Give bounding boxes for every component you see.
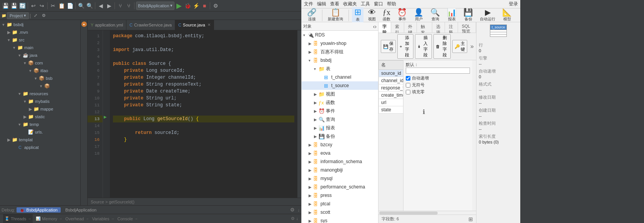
save2-icon[interactable]: 💾 — [10, 2, 18, 10]
table-row[interactable]: state varchar 32 — [379, 106, 403, 114]
run-button[interactable]: ▶ — [175, 2, 183, 10]
tree-item-temp[interactable]: ▾ 📁 temp — [0, 121, 80, 128]
run-gutter-icon[interactable]: ▶ — [104, 115, 107, 119]
db-tab-sql-preview[interactable]: SQL 预览 — [458, 22, 476, 33]
db-h-scrollbar[interactable] — [378, 211, 476, 215]
tree-item-mapper[interactable]: ▶ 📁 mappe — [0, 105, 80, 113]
db-primary-key-btn[interactable]: 🔑 主键 — [452, 40, 467, 53]
db-tree-ptcal[interactable]: ▶ 🗄 ptcal — [302, 200, 378, 208]
back-icon[interactable]: ◀ — [97, 2, 105, 10]
fill-zero-checkbox[interactable]: 填充零 — [406, 89, 470, 95]
db-tab-comment[interactable]: 注释 — [445, 22, 458, 33]
debug-tab-bsbdj1[interactable]: 🐞 BsbdjApplication — [17, 207, 60, 213]
db-tree-nav-right[interactable]: › — [375, 23, 377, 30]
bc-cog-icon[interactable]: ⚙ — [40, 12, 48, 20]
db-table-scrollbar[interactable] — [472, 60, 476, 211]
db-tree-bzcxy[interactable]: ▶ 🗄 bzcxy — [302, 140, 378, 149]
db-btn-backup[interactable]: 💾 备份 — [461, 8, 475, 23]
db-tree-mysql[interactable]: ▶ 🗄 mysql — [302, 174, 378, 183]
undo-icon[interactable]: ↩ — [30, 2, 37, 10]
db-btn-connect[interactable]: 🔗 连接 — [305, 8, 319, 23]
db-login-btn[interactable]: 登录 — [509, 1, 518, 7]
table-row[interactable]: create_time datetime 0 — [379, 92, 403, 99]
code-content[interactable]: package com.itlaoqi.bsbdj.entity; import… — [110, 30, 297, 198]
menu-help[interactable]: 帮助 — [387, 1, 396, 7]
db-tab-options[interactable]: 选项 — [432, 22, 445, 33]
db-btn-model[interactable]: 📐 模型 — [500, 8, 514, 23]
bc-sync-icon[interactable]: ⤢ — [32, 12, 39, 20]
console-tab[interactable]: Console → — [117, 216, 138, 221]
copy-icon[interactable]: 📋 — [58, 2, 65, 10]
db-tree-reports[interactable]: ▶ 📊 报表 — [302, 124, 378, 132]
threads-tab[interactable]: 🧵 Threads → — [3, 214, 33, 223]
db-tree-bsbdj[interactable]: ▾ 🗄 bsbdj — [302, 56, 378, 64]
db-bottom-expand[interactable]: ⊞ — [468, 216, 473, 222]
vcs2-icon[interactable]: ⑂ — [125, 2, 133, 10]
menu-favorites[interactable]: 收藏夹 — [343, 1, 357, 7]
db-tree-manongbiji[interactable]: ▶ 🗄 manongbiji — [302, 166, 378, 174]
menu-edit[interactable]: 编辑 — [317, 1, 326, 7]
bc-project[interactable]: Project ▾ — [7, 12, 29, 19]
db-btn-report[interactable]: 📊 报表 — [445, 8, 459, 23]
db-tab-triggers[interactable]: 触发器 — [417, 22, 432, 33]
db-tree-youwin[interactable]: ▶ 🗄 youwin-shop — [302, 39, 378, 48]
db-btn-view[interactable]: 👁 视图 — [366, 8, 378, 23]
tree-item-entity-folder[interactable]: ▾ 📦 — [0, 82, 80, 90]
db-tree-scott[interactable]: ▶ 🗄 scott — [302, 208, 378, 216]
default-value-input[interactable] — [406, 68, 470, 74]
menu-view[interactable]: 查看 — [330, 1, 339, 7]
db-tree-views[interactable]: ▶ 📁 视图 — [302, 90, 378, 98]
tree-item-mvn[interactable]: ▶ 📁 .mvn — [0, 28, 80, 36]
tab-source-java[interactable]: C Source.java ✕ — [175, 20, 214, 30]
db-tree-eova[interactable]: ▶ 🗄 eova — [302, 149, 378, 157]
redo-icon[interactable]: ↪ — [38, 2, 46, 10]
db-tree-backup[interactable]: ▶ 💾 备份 — [302, 132, 378, 140]
forward-icon[interactable]: ▶ — [105, 2, 113, 10]
tree-item-com[interactable]: ▾ 📦 com — [0, 59, 80, 67]
no-sign-checkbox[interactable]: 无符号 — [406, 82, 470, 88]
run-config-dropdown[interactable]: BsbdjApplication ▾ — [136, 2, 174, 10]
menu-window[interactable]: 窗口 — [374, 1, 383, 7]
table-row[interactable]: channel_id int 11 — [379, 77, 403, 84]
variables-tab[interactable]: Variables → — [92, 216, 114, 221]
replace-icon[interactable]: 🔍 — [86, 2, 93, 10]
db-tree-t-channel[interactable]: ⊞ t_channel — [302, 73, 378, 81]
tree-item-mybatis[interactable]: ▾ 📁 mybatis — [0, 97, 80, 105]
tree-item-urls[interactable]: 📝 urls. — [0, 128, 80, 136]
db-tree-baihui[interactable]: ▶ 🗄 百惠不得组 — [302, 48, 378, 56]
db-tree-filter[interactable]: 对象 — [303, 23, 312, 29]
minimize-icon[interactable]: ↓ — [296, 216, 299, 221]
db-btn-function[interactable]: ƒx 函数 — [380, 8, 393, 23]
db-insert-field-btn[interactable]: ↡ 插入字段 — [415, 34, 432, 59]
memory-tab[interactable]: 📊 Memory → — [36, 216, 62, 221]
debug-settings-icon[interactable]: ⚙ — [290, 207, 295, 213]
db-tree-functions[interactable]: ▶ ƒx 函数 — [302, 98, 378, 107]
cut-icon[interactable]: ✂ — [49, 2, 57, 10]
db-save-btn[interactable]: 💾 保存 — [381, 40, 396, 53]
tree-item-applica[interactable]: C applicat — [0, 144, 80, 151]
coverage-icon[interactable]: ⚡ — [192, 2, 200, 10]
db-tree-sys[interactable]: ▶ 🗄 sys — [302, 216, 378, 223]
tree-item-resources[interactable]: ▾ 📁 resources — [0, 90, 80, 97]
db-btn-user[interactable]: 👤 用户 — [412, 8, 426, 23]
tree-item-templates[interactable]: ▶ 📁 templat — [0, 136, 80, 144]
tree-item-src[interactable]: ▾ 📁 src — [0, 36, 80, 44]
db-btn-event[interactable]: ⏰ 事件 — [395, 8, 409, 23]
vcs-icon[interactable]: ⑂ — [116, 2, 124, 10]
db-field-toolbar-expand[interactable]: » — [470, 43, 474, 50]
refresh-icon[interactable]: 🔄 — [18, 2, 26, 10]
settings-icon[interactable]: ⚙ — [212, 2, 219, 10]
menu-file[interactable]: 文件 — [304, 1, 313, 7]
overhead-tab[interactable]: Overhead → — [65, 216, 89, 221]
debug-button[interactable]: 🐞 — [184, 2, 191, 10]
db-btn-query[interactable]: 🔍 查询 — [428, 8, 442, 23]
save-icon[interactable]: 💾 — [2, 2, 9, 10]
db-tab-foreign-keys[interactable]: 外键 — [404, 22, 417, 33]
db-tree-t-source[interactable]: ⊞ t_source — [302, 81, 378, 90]
stop-icon[interactable]: ■ — [201, 2, 208, 10]
db-tab-fields[interactable]: 字段 — [378, 22, 391, 33]
search-icon[interactable]: 🔍 — [77, 2, 85, 10]
db-tree-info-schema[interactable]: ▶ 🗄 information_schema — [302, 157, 378, 166]
db-tree-tables-folder[interactable]: ▾ 📁 表 — [302, 64, 378, 73]
tree-item-bsbdj2[interactable]: ▾ 📦 bsb — [0, 74, 80, 82]
